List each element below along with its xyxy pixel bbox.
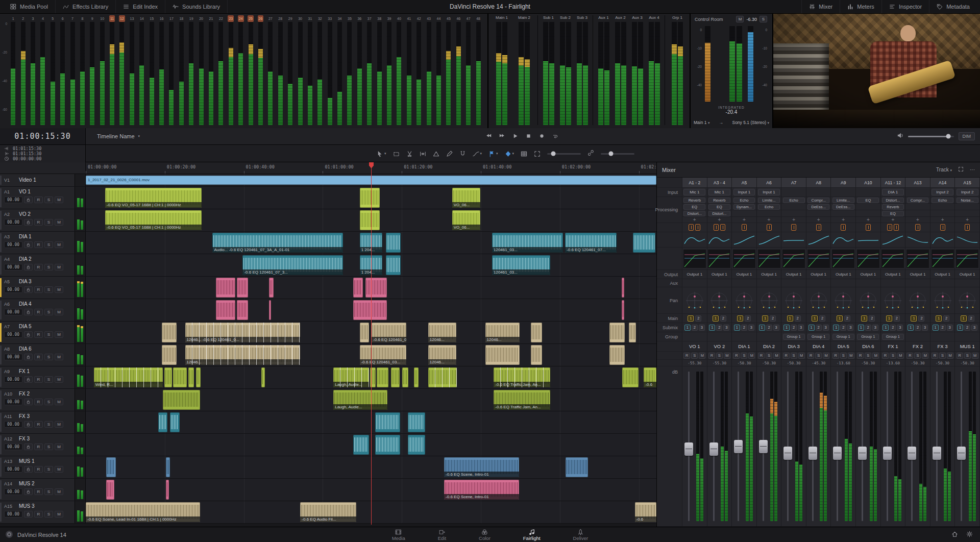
strip-add-effect-button[interactable]: +: [781, 217, 806, 223]
track-lock-button[interactable]: [24, 354, 33, 360]
audio-clip[interactable]: [166, 480, 169, 500]
strip-aux-slot[interactable]: [955, 279, 979, 287]
audio-clip[interactable]: [360, 323, 369, 342]
strip-effect-slot[interactable]: Noise...: [955, 197, 979, 204]
track-arm-button[interactable]: R: [34, 354, 43, 360]
audio-clip[interactable]: -0.6 EQ Traffic Jam, An...: [494, 390, 550, 410]
fade-button[interactable]: [433, 151, 439, 157]
meters-button[interactable]: Meters: [840, 0, 881, 13]
strip-effect-slot[interactable]: [930, 210, 955, 217]
audio-clip[interactable]: Wind, R...: [94, 367, 163, 387]
audio-clip[interactable]: [414, 367, 419, 387]
strip-aux-slot[interactable]: [905, 279, 930, 287]
strip-input-select[interactable]: [781, 188, 806, 197]
track-arm-button[interactable]: R: [34, 331, 43, 338]
track-solo-button[interactable]: S: [44, 331, 53, 338]
track-mute-button[interactable]: M: [55, 309, 63, 315]
track-lock-button[interactable]: [24, 444, 33, 450]
strip-add-effect-button[interactable]: +: [806, 217, 831, 223]
strip-eq-graph[interactable]: [955, 232, 979, 248]
audio-clip[interactable]: -0.6 EQ Traffic Jam, An...: [494, 367, 550, 387]
audio-clip[interactable]: -0.6 EQ Scene, Intro-01: [444, 480, 519, 500]
track-lock-button[interactable]: [24, 219, 33, 226]
stop-button[interactable]: [526, 132, 531, 141]
strip-pan-control[interactable]: [955, 287, 979, 314]
strip-group-assign[interactable]: Group 1: [856, 332, 880, 341]
strip-group-assign[interactable]: Group 1: [781, 332, 806, 341]
strip-eq-graph[interactable]: [856, 232, 880, 248]
strip-fader[interactable]: [930, 366, 955, 527]
strip-group-assign[interactable]: Group 1: [806, 332, 831, 341]
fader-handle[interactable]: [858, 447, 867, 460]
strip-effect-slot[interactable]: DeEss...: [806, 204, 831, 210]
strip-channel-label[interactable]: A9: [831, 178, 855, 188]
audio-clip[interactable]: [216, 278, 235, 298]
track-arm-button[interactable]: R: [34, 196, 43, 203]
track-volume-field[interactable]: 00.00: [4, 241, 22, 248]
strip-dynamics-graph[interactable]: [905, 248, 930, 270]
strip-eq-graph[interactable]: [831, 232, 855, 248]
strip-dynamics-graph[interactable]: [856, 248, 880, 270]
audio-clip[interactable]: [622, 278, 625, 298]
jog-forward-button[interactable]: [499, 132, 505, 141]
audio-clip[interactable]: Laugh, Audie...: [333, 367, 369, 387]
monitor-output-select[interactable]: Sony 5.1 (Stereo) ▾: [732, 120, 769, 125]
strip-submix-assign[interactable]: 123: [732, 323, 756, 332]
media-pool-button[interactable]: Media Pool: [3, 0, 56, 13]
strip-effect-slot[interactable]: [831, 210, 855, 217]
audio-clip[interactable]: [408, 435, 426, 455]
strip-dynamics-graph[interactable]: [806, 248, 831, 270]
strip-effect-slot[interactable]: [781, 210, 806, 217]
strip-aux-slot[interactable]: [881, 279, 905, 287]
track-arm-button[interactable]: R: [34, 421, 43, 428]
track-header[interactable]: A9FX 100.00RSM: [0, 366, 75, 388]
audio-clip[interactable]: [375, 412, 400, 432]
audio-clip[interactable]: [353, 278, 363, 298]
strip-effect-slot[interactable]: Echo: [930, 197, 955, 204]
strip-output-select[interactable]: Output 1: [930, 270, 955, 279]
strip-dynamics-graph[interactable]: [955, 248, 979, 270]
mixer-button[interactable]: Mixer: [801, 0, 840, 13]
track-mute-button[interactable]: M: [55, 354, 63, 360]
strip-output-select[interactable]: Output 1: [856, 270, 880, 279]
strip-channel-label[interactable]: A8: [806, 178, 831, 188]
strip-group-assign[interactable]: Group 1: [881, 332, 905, 341]
track-header[interactable]: A14MUS 200.00RSM: [0, 479, 75, 501]
track-volume-field[interactable]: 00.00: [4, 196, 22, 203]
fader-handle[interactable]: [833, 447, 842, 460]
inspector-button[interactable]: Inspector: [881, 0, 929, 13]
strip-pan-control[interactable]: [905, 287, 930, 314]
track-arm-button[interactable]: R: [34, 511, 43, 518]
strip-channel-label[interactable]: A13: [905, 178, 930, 188]
audio-clip[interactable]: [609, 323, 625, 342]
strip-group-assign[interactable]: [757, 332, 781, 341]
play-button[interactable]: [512, 132, 518, 141]
strip-submix-assign[interactable]: 123: [781, 323, 806, 332]
audio-clip[interactable]: [164, 367, 172, 387]
track-mute-button[interactable]: M: [55, 421, 63, 428]
audio-clip[interactable]: [269, 300, 271, 320]
audio-clip[interactable]: [408, 412, 426, 432]
track-mute-button[interactable]: M: [55, 488, 63, 495]
tab-media[interactable]: Media: [388, 529, 409, 541]
strip-channel-label[interactable]: A14: [930, 178, 955, 188]
selection-tool-button[interactable]: ▾: [377, 151, 386, 157]
tab-color[interactable]: Color: [475, 529, 495, 541]
strip-eq-graph[interactable]: [905, 232, 930, 248]
audio-clip[interactable]: [622, 300, 625, 320]
audio-clip[interactable]: -0.6 EQ 120461_03...: [372, 323, 406, 342]
strip-main-assign[interactable]: 12: [806, 314, 831, 323]
strip-add-effect-button[interactable]: +: [707, 217, 732, 223]
strip-insert-buttons[interactable]: [930, 223, 955, 232]
strip-submix-assign[interactable]: 123: [881, 323, 905, 332]
record-button[interactable]: [539, 132, 545, 141]
strip-dynamics-graph[interactable]: [831, 248, 855, 270]
strip-submix-assign[interactable]: 123: [905, 323, 930, 332]
strip-add-effect-button[interactable]: +: [831, 217, 855, 223]
track-lock-button[interactable]: [24, 466, 33, 473]
strip-effect-slot[interactable]: Echo: [757, 204, 781, 210]
audio-clip[interactable]: [531, 345, 542, 365]
audio-clip[interactable]: [188, 367, 194, 387]
audio-clip[interactable]: [386, 233, 401, 253]
track-arm-button[interactable]: R: [34, 264, 43, 270]
